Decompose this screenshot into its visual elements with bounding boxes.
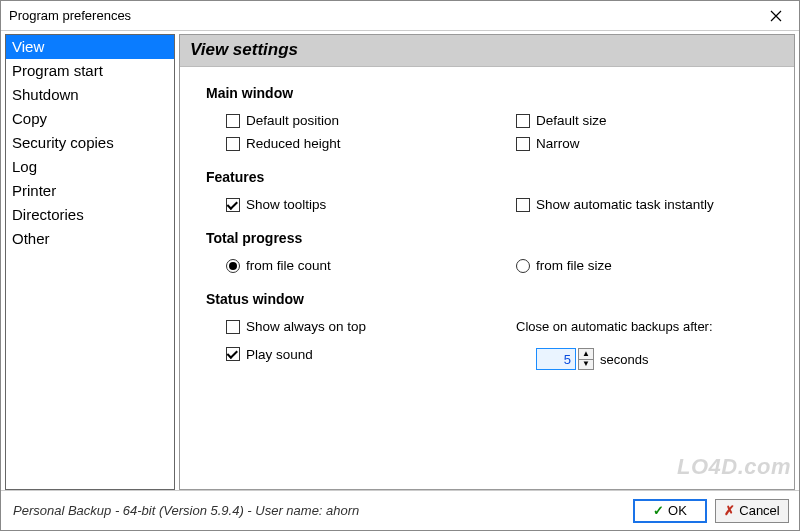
checkbox-always-on-top[interactable]: Show always on top — [226, 319, 366, 334]
sidebar-item-directories[interactable]: Directories — [6, 203, 174, 227]
checkbox-show-auto-task[interactable]: Show automatic task instantly — [516, 197, 714, 212]
cancel-label: Cancel — [739, 503, 779, 518]
checkbox-icon — [516, 137, 530, 151]
checkbox-play-sound[interactable]: Play sound — [226, 347, 313, 362]
seconds-input[interactable] — [536, 348, 576, 370]
titlebar: Program preferences — [1, 1, 799, 31]
panel-heading: View settings — [180, 35, 794, 67]
group-main-window-title: Main window — [206, 85, 774, 101]
checkbox-icon — [226, 114, 240, 128]
checkbox-narrow[interactable]: Narrow — [516, 136, 580, 151]
checkbox-label: Default size — [536, 113, 607, 128]
radio-label: from file size — [536, 258, 612, 273]
radio-from-file-size[interactable]: from file size — [516, 258, 612, 273]
checkbox-default-size[interactable]: Default size — [516, 113, 607, 128]
checkbox-show-tooltips[interactable]: Show tooltips — [226, 197, 326, 212]
sidebar-item-printer[interactable]: Printer — [6, 179, 174, 203]
checkbox-icon — [226, 198, 240, 212]
checkbox-icon — [226, 347, 240, 361]
spinner-up-button[interactable]: ▲ — [578, 348, 594, 359]
close-icon — [770, 10, 782, 22]
check-icon: ✓ — [653, 503, 664, 518]
checkbox-label: Narrow — [536, 136, 580, 151]
status-text: Personal Backup - 64-bit (Version 5.9.4)… — [13, 503, 625, 518]
checkbox-icon — [516, 198, 530, 212]
settings-panel: View settings Main window Default positi… — [179, 34, 795, 490]
sidebar-item-program-start[interactable]: Program start — [6, 59, 174, 83]
group-features-title: Features — [206, 169, 774, 185]
sidebar-item-copy[interactable]: Copy — [6, 107, 174, 131]
seconds-spinner[interactable]: ▲ ▼ — [536, 348, 594, 370]
sidebar-item-log[interactable]: Log — [6, 155, 174, 179]
preferences-window: Program preferences View Program start S… — [0, 0, 800, 531]
checkbox-reduced-height[interactable]: Reduced height — [226, 136, 341, 151]
checkbox-label: Default position — [246, 113, 339, 128]
sidebar-item-security-copies[interactable]: Security copies — [6, 131, 174, 155]
ok-button[interactable]: ✓ OK — [633, 499, 707, 523]
checkbox-label: Show automatic task instantly — [536, 197, 714, 212]
sidebar-item-shutdown[interactable]: Shutdown — [6, 83, 174, 107]
group-total-progress-title: Total progress — [206, 230, 774, 246]
cross-icon: ✗ — [724, 503, 735, 518]
checkbox-label: Show tooltips — [246, 197, 326, 212]
checkbox-default-position[interactable]: Default position — [226, 113, 339, 128]
ok-label: OK — [668, 503, 687, 518]
dialog-body: View Program start Shutdown Copy Securit… — [1, 31, 799, 490]
window-title: Program preferences — [9, 8, 131, 23]
checkbox-icon — [226, 137, 240, 151]
group-status-window-title: Status window — [206, 291, 774, 307]
sidebar-item-other[interactable]: Other — [6, 227, 174, 251]
radio-label: from file count — [246, 258, 331, 273]
sidebar-item-view[interactable]: View — [6, 35, 174, 59]
dialog-footer: Personal Backup - 64-bit (Version 5.9.4)… — [1, 490, 799, 530]
panel-body: Main window Default position Default siz… — [180, 67, 794, 489]
spinner-down-button[interactable]: ▼ — [578, 359, 594, 371]
checkbox-label: Show always on top — [246, 319, 366, 334]
radio-from-file-count[interactable]: from file count — [226, 258, 331, 273]
seconds-unit-label: seconds — [600, 352, 648, 367]
category-list[interactable]: View Program start Shutdown Copy Securit… — [5, 34, 175, 490]
checkbox-label: Reduced height — [246, 136, 341, 151]
checkbox-label: Play sound — [246, 347, 313, 362]
radio-icon — [226, 259, 240, 273]
cancel-button[interactable]: ✗ Cancel — [715, 499, 789, 523]
checkbox-icon — [516, 114, 530, 128]
close-after-label: Close on automatic backups after: — [516, 319, 713, 334]
checkbox-icon — [226, 320, 240, 334]
window-close-button[interactable] — [759, 4, 793, 28]
radio-icon — [516, 259, 530, 273]
